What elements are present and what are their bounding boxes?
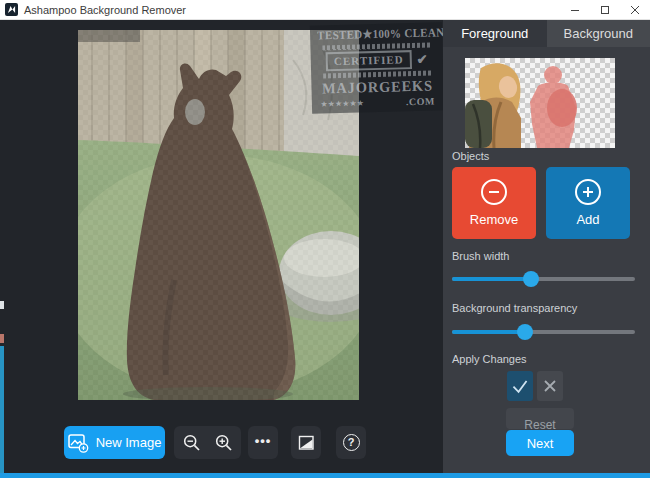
help-icon: ? (343, 434, 360, 451)
zoom-out-icon[interactable] (183, 434, 201, 452)
help-button[interactable]: ? (336, 426, 366, 459)
slider-fill (452, 277, 531, 281)
plus-circle-icon (575, 179, 601, 205)
tab-foreground[interactable]: Foreground (443, 20, 547, 47)
desktop-edge-artifact (0, 301, 4, 309)
apply-changes-label: Apply Changes (452, 353, 527, 365)
apply-confirm-button[interactable] (507, 371, 533, 401)
watermark-brand: MAJORGEEKS (317, 77, 439, 97)
zoom-controls (174, 426, 241, 459)
x-icon (543, 379, 557, 393)
new-image-icon (68, 433, 89, 453)
remove-object-button[interactable]: Remove (452, 167, 536, 239)
objects-label: Objects (452, 150, 489, 162)
side-panel: Foreground Background (443, 20, 650, 473)
app-window: Ashampoo Background Remover (0, 0, 650, 478)
watermark-certified: CERTIFIED (326, 50, 412, 71)
desktop-edge-artifact (0, 334, 4, 343)
watermark-stars: ★★★★★★ (321, 99, 365, 108)
add-object-button[interactable]: Add (546, 167, 630, 239)
minus-circle-icon (481, 179, 507, 205)
background-transparency-label: Background transparency (452, 302, 577, 314)
minimize-button[interactable] (560, 0, 590, 19)
next-button[interactable]: Next (506, 430, 574, 456)
more-icon: ••• (255, 433, 272, 448)
thumbnail-image (465, 58, 615, 148)
window-title: Ashampoo Background Remover (24, 4, 186, 16)
remove-label: Remove (470, 212, 518, 227)
background-transparency-slider[interactable] (452, 323, 635, 341)
slider-thumb[interactable] (523, 271, 539, 287)
zoom-in-icon[interactable] (215, 434, 233, 452)
new-image-label: New Image (96, 435, 162, 450)
slider-thumb[interactable] (517, 324, 533, 340)
title-bar: Ashampoo Background Remover (0, 0, 650, 20)
more-options-button[interactable]: ••• (248, 426, 278, 459)
reset-button[interactable]: Reset (506, 408, 574, 429)
preview-thumbnail (465, 58, 615, 148)
watermark-check-icon: ✔ (417, 53, 428, 66)
layer-tabs: Foreground Background (443, 20, 650, 47)
slider-fill (452, 330, 525, 334)
desktop-edge-strip (0, 346, 4, 473)
tab-background[interactable]: Background (547, 20, 650, 47)
majorgeeks-watermark: TESTED★100% CLEAN CERTIFIED ✔ MAJORGEEKS… (310, 22, 443, 113)
maximize-button[interactable] (590, 0, 620, 19)
checkmark-icon (511, 378, 529, 394)
canvas-area: TESTED★100% CLEAN CERTIFIED ✔ MAJORGEEKS… (0, 20, 443, 473)
window-controls (560, 0, 650, 19)
watermark-dotcom: .COM (406, 95, 435, 107)
compare-view-button[interactable] (291, 426, 321, 459)
close-button[interactable] (620, 0, 650, 19)
watermark-tested-line: TESTED★100% CLEAN (317, 25, 435, 43)
window-bottom-border (0, 473, 650, 478)
brush-width-slider[interactable] (452, 270, 635, 288)
new-image-button[interactable]: New Image (64, 426, 165, 459)
add-label: Add (576, 212, 599, 227)
compare-icon (298, 435, 315, 451)
app-icon (5, 3, 18, 16)
reset-label: Reset (506, 418, 574, 429)
brush-width-label: Brush width (452, 250, 509, 262)
apply-cancel-button[interactable] (537, 371, 563, 401)
